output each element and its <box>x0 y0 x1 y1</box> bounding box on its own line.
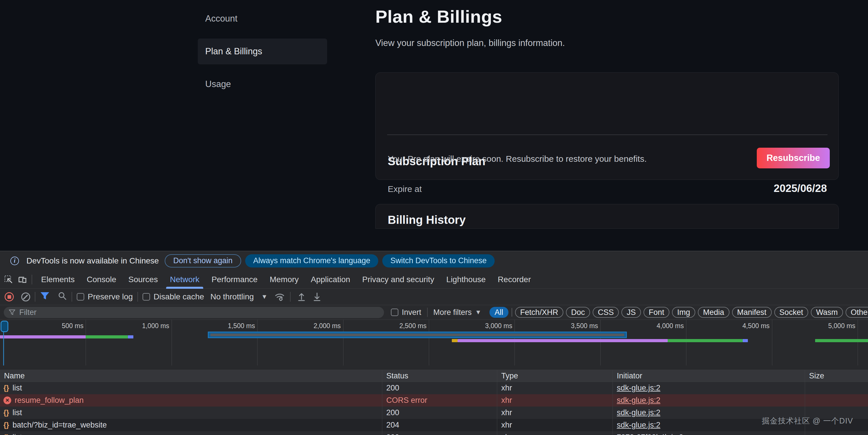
expire-notice: Your Pro plan will expire soon. Resubscr… <box>388 154 647 164</box>
invert-filter-checkbox[interactable] <box>391 309 398 316</box>
sidebar-item-usage[interactable]: Usage <box>198 71 327 97</box>
type-pill-img[interactable]: Img <box>672 307 695 318</box>
initiator-link[interactable]: 7878-87f98b4b.js:2 <box>617 433 683 435</box>
request-name: batch/?biz_id=trae_website <box>12 419 106 431</box>
filter-input-wrap <box>4 307 384 318</box>
type-pill-css[interactable]: CSS <box>593 307 619 318</box>
tab-console[interactable]: Console <box>81 270 122 289</box>
settings-page: AccountPlan & BillingsUsage Plan & Billi… <box>0 0 868 251</box>
overview-gridline <box>600 320 601 366</box>
match-chrome-language-button[interactable]: Always match Chrome's language <box>245 254 378 268</box>
tab-sources[interactable]: Sources <box>122 270 164 289</box>
request-size <box>805 394 868 407</box>
type-pill-font[interactable]: Font <box>644 307 670 318</box>
type-pill-other[interactable]: Other <box>845 307 868 318</box>
type-pill-fetch-xhr[interactable]: Fetch/XHR <box>515 307 563 318</box>
type-pill-manifest[interactable]: Manifest <box>732 307 772 318</box>
clear-network-log-icon[interactable] <box>21 292 30 301</box>
more-filters-button[interactable]: More filters ▼ <box>433 308 482 317</box>
tab-privacy-and-security[interactable]: Privacy and security <box>356 270 440 289</box>
overview-request-bar <box>86 335 128 338</box>
resubscribe-button[interactable]: Resubscribe <box>757 148 830 168</box>
info-icon: i <box>10 256 19 265</box>
inspect-element-icon[interactable] <box>3 274 14 285</box>
overview-gridline <box>343 320 343 366</box>
expire-at-label: Expire at <box>388 184 422 194</box>
throttling-select[interactable]: No throttling ▼ <box>210 292 268 301</box>
overview-request-bar <box>0 335 86 338</box>
network-conditions-icon[interactable] <box>274 292 285 302</box>
overview-request-bar <box>452 339 458 342</box>
type-pill-socket[interactable]: Socket <box>774 307 808 318</box>
disable-cache-checkbox[interactable] <box>143 293 150 301</box>
pill-separator <box>512 308 512 317</box>
filter-input[interactable] <box>19 308 379 317</box>
devtools-tabbar: ElementsConsoleSourcesNetworkPerformance… <box>0 270 868 289</box>
overview-tick-label: 3,000 ms <box>469 322 512 330</box>
column-header-initiator[interactable]: Initiator <box>613 370 805 381</box>
request-name: list <box>12 407 22 419</box>
table-row[interactable]: {}list200xhrsdk-glue.js:2 <box>0 407 868 419</box>
import-har-icon[interactable] <box>297 292 306 302</box>
json-braces-icon: {} <box>3 419 9 431</box>
column-header-status[interactable]: Status <box>382 370 497 381</box>
overview-request-bar <box>815 339 868 342</box>
tab-elements[interactable]: Elements <box>35 270 81 289</box>
tab-application[interactable]: Application <box>305 270 356 289</box>
initiator-link[interactable]: sdk-glue.js:2 <box>617 396 660 405</box>
preserve-log-label: Preserve log <box>88 292 133 301</box>
type-pill-doc[interactable]: Doc <box>566 307 590 318</box>
request-status: CORS error <box>382 394 497 407</box>
request-status: 200 <box>382 382 497 394</box>
sidebar-item-plan-billings[interactable]: Plan & Billings <box>198 38 327 64</box>
tab-performance[interactable]: Performance <box>206 270 264 289</box>
infobar-message: DevTools is now available in Chinese <box>26 256 159 266</box>
devtools-infobar: i DevTools is now available in Chinese D… <box>0 251 868 270</box>
switch-devtools-chinese-button[interactable]: Switch DevTools to Chinese <box>382 254 495 268</box>
export-har-icon[interactable] <box>312 292 321 302</box>
invert-label: Invert <box>402 308 421 317</box>
type-pill-media[interactable]: Media <box>698 307 730 318</box>
overview-request-bar <box>458 339 668 342</box>
request-name: list <box>12 382 22 394</box>
table-row[interactable]: {}list200xhr7878-87f98b4b.js:2 <box>0 431 868 435</box>
column-header-name[interactable]: Name <box>0 370 382 381</box>
more-filters-label: More filters <box>433 308 472 317</box>
table-row[interactable]: {}list200xhrsdk-glue.js:2 <box>0 382 868 394</box>
tab-lighthouse[interactable]: Lighthouse <box>440 270 492 289</box>
json-braces-icon: {} <box>3 382 9 394</box>
tab-memory[interactable]: Memory <box>264 270 305 289</box>
filter-toggle-icon[interactable] <box>40 291 50 302</box>
toolbar-divider <box>290 292 290 302</box>
preserve-log-checkbox[interactable] <box>77 293 84 301</box>
sidebar-item-account[interactable]: Account <box>198 6 327 32</box>
toolbar-divider <box>35 292 35 302</box>
filterbar-divider <box>427 308 428 317</box>
tab-network[interactable]: Network <box>164 270 206 289</box>
column-header-type[interactable]: Type <box>497 370 613 381</box>
request-type: xhr <box>497 407 613 419</box>
settings-sidebar: AccountPlan & BillingsUsage <box>198 6 327 104</box>
initiator-link[interactable]: sdk-glue.js:2 <box>617 408 660 417</box>
type-pill-js[interactable]: JS <box>621 307 641 318</box>
tab-recorder[interactable]: Recorder <box>492 270 537 289</box>
devtools-tabs: ElementsConsoleSourcesNetworkPerformance… <box>35 270 537 289</box>
device-toolbar-icon[interactable] <box>17 274 28 285</box>
dont-show-again-button[interactable]: Don't show again <box>165 254 241 268</box>
overview-left-handle[interactable] <box>1 321 8 332</box>
column-header-size[interactable]: Size <box>805 370 868 381</box>
type-pill-wasm[interactable]: Wasm <box>811 307 843 318</box>
table-row[interactable]: {}batch/?biz_id=trae_website204xhrsdk-gl… <box>0 419 868 431</box>
type-pill-all[interactable]: All <box>490 307 508 318</box>
initiator-link[interactable]: sdk-glue.js:2 <box>617 383 660 392</box>
record-network-log-icon[interactable] <box>5 292 14 301</box>
table-row[interactable]: ✕resume_follow_planCORS errorxhrsdk-glue… <box>0 394 868 407</box>
network-filterbar: Invert More filters ▼ AllFetch/XHRDocCSS… <box>0 305 868 320</box>
search-icon[interactable] <box>58 291 67 303</box>
overview-gridline <box>86 320 86 366</box>
page-title: Plan & Billings <box>375 6 502 27</box>
overview-request-bar <box>208 332 627 338</box>
card-divider <box>387 134 828 135</box>
initiator-link[interactable]: sdk-glue.js:2 <box>617 421 660 429</box>
overview-left-edge <box>3 332 4 366</box>
